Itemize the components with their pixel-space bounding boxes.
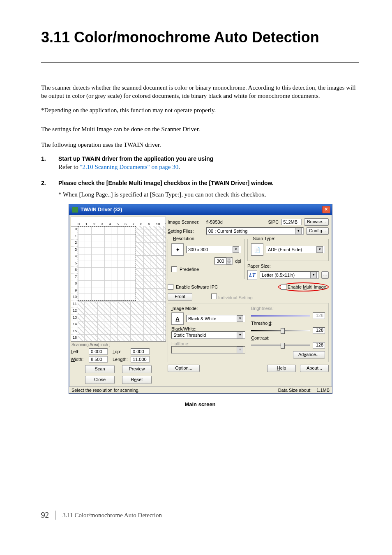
image-mode-icon: A: [171, 312, 184, 325]
paragraph: The following operation uses the TWAIN d…: [41, 141, 359, 149]
enable-software-ipc-checkbox[interactable]: [168, 284, 173, 290]
step-number: 2.: [41, 180, 58, 186]
step-number: 1.: [41, 155, 58, 171]
chevron-down-icon: ▾: [233, 246, 239, 253]
top-label: Top:: [113, 349, 129, 354]
chevron-down-icon: ▾: [295, 228, 302, 234]
resolution-combo[interactable]: 300 x 300 ▾: [186, 246, 241, 253]
text: .: [178, 164, 180, 170]
left-label: Left:: [71, 349, 87, 354]
enable-multi-image-checkbox[interactable]: [281, 284, 286, 290]
browse-button[interactable]: Browse...: [304, 218, 329, 226]
threshold-label: Threshold:: [251, 321, 325, 326]
section-heading: 3.11 Color/monochrome Auto Detection: [41, 29, 359, 46]
halftone-label: Halftone:: [171, 341, 245, 346]
step-2: 2. Please check the [Enable Multi Image]…: [41, 180, 359, 186]
step-note: * When [Long Page..] is specified at [Sc…: [58, 191, 359, 198]
scan-type-combo[interactable]: ADF (Front Side) ▾: [266, 246, 325, 253]
preview-selection[interactable]: [78, 226, 136, 301]
combo-value: 00 : Current Setting: [208, 229, 247, 234]
ruler-vertical: 01234567891011121314151617: [71, 226, 78, 341]
chevron-down-icon: ▾: [237, 332, 243, 338]
chevron-down-icon: ▾: [310, 272, 317, 278]
image-mode-label: Image Mode:: [171, 306, 245, 311]
predefine-label: Predefine: [180, 267, 199, 272]
length-input[interactable]: 11.000: [131, 356, 150, 363]
ruler-horizontal: 01234567891011: [71, 217, 166, 227]
predefine-checkbox[interactable]: [171, 266, 177, 272]
paragraph: The settings for Multi Image can be done…: [41, 125, 359, 133]
chevron-down-icon: ▾: [237, 315, 243, 322]
spinner-value: 300: [217, 259, 224, 264]
titlebar[interactable]: TWAIN Driver (32) ×: [69, 204, 332, 215]
preview-area[interactable]: 01234567891011 0123456789101112131415161…: [71, 217, 166, 342]
about-button[interactable]: About...: [300, 365, 329, 372]
individual-setting-checkbox: [211, 294, 217, 299]
spin-up-icon[interactable]: ▴: [226, 257, 231, 261]
brightness-label: Brightness:: [251, 306, 325, 311]
width-input[interactable]: 8.500: [89, 356, 108, 363]
window-title: TWAIN Driver (32): [81, 207, 122, 213]
reset-button[interactable]: Reset: [122, 376, 152, 384]
contrast-value[interactable]: 128: [313, 342, 325, 349]
resolution-icon: ✦: [171, 243, 184, 256]
footer-divider: [55, 511, 56, 520]
step-title: Start up TWAIN driver from the applicati…: [58, 155, 359, 162]
chevron-down-icon: ▾: [316, 246, 323, 253]
scan-button[interactable]: Scan: [85, 365, 115, 373]
paper-size-label: Paper Size:: [247, 264, 329, 268]
slider-thumb[interactable]: [281, 343, 285, 349]
setting-files-combo[interactable]: 00 : Current Setting ▾: [206, 227, 304, 235]
enable-multi-image-label: Enable Multi Image: [288, 284, 326, 289]
sipc-label: SIPC: [268, 220, 279, 224]
paper-size-more-button[interactable]: ...: [321, 271, 329, 279]
data-size-value: 1.1MB: [316, 388, 330, 393]
slider-thumb[interactable]: [281, 328, 285, 334]
left-input[interactable]: 0.000: [89, 348, 108, 355]
image-mode-combo[interactable]: Black & White ▾: [186, 315, 245, 322]
front-tab[interactable]: Front: [168, 293, 192, 301]
contrast-slider[interactable]: [251, 345, 310, 346]
combo-value: ADF (Front Side): [268, 247, 302, 252]
memory-input[interactable]: 512MB: [281, 219, 302, 225]
resolution-legend: Resolution: [171, 236, 196, 241]
dpi-spinner[interactable]: 300 ▴▾: [214, 257, 233, 265]
cross-reference-link[interactable]: "2.10 Scanning Documents" on page 30: [80, 164, 178, 170]
page-number: 92: [41, 511, 49, 520]
twain-driver-window: TWAIN Driver (32) × 01234567891011 01234…: [69, 204, 332, 394]
brightness-value: 128: [313, 312, 325, 319]
help-button[interactable]: Help: [267, 365, 296, 372]
scanning-area-label: Scanning Area[ inch ]: [71, 342, 166, 347]
scan-type-icon: 📄: [251, 243, 263, 256]
paragraph: The scanner detects whether the scanned …: [41, 83, 359, 100]
combo-value: 300 x 300: [188, 247, 208, 252]
combo-value: Letter (8.5x11in): [262, 273, 295, 278]
black-white-combo[interactable]: Static Threshold ▾: [171, 331, 245, 339]
threshold-slider[interactable]: [251, 330, 310, 331]
scan-type-legend: Scan Type:: [251, 236, 277, 241]
close-button[interactable]: Close: [85, 376, 115, 384]
image-scanner-label: Image Scanner:: [168, 220, 204, 224]
contrast-label: Contrast:: [251, 335, 325, 340]
app-icon: [72, 207, 78, 213]
top-input[interactable]: 0.000: [131, 348, 150, 355]
step-reference: Refer to "2.10 Scanning Documents" on pa…: [58, 164, 359, 171]
preview-button[interactable]: Preview: [122, 365, 152, 373]
image-scanner-value: fi-5950d: [206, 220, 223, 224]
close-icon[interactable]: ×: [322, 206, 330, 213]
figure-caption: Main screen: [69, 401, 332, 407]
paper-size-combo[interactable]: Letter (8.5x11in) ▾: [260, 271, 319, 279]
spin-down-icon[interactable]: ▾: [226, 261, 231, 265]
footer-section-title: 3.11 Color/monochrome Auto Detection: [62, 512, 162, 519]
option-button[interactable]: Option...: [168, 365, 200, 372]
highlight-oval: Enable Multi Image: [278, 282, 329, 291]
combo-value: Static Threshold: [173, 333, 206, 338]
config-button[interactable]: Config...: [306, 227, 329, 235]
length-label: Length:: [113, 357, 129, 362]
status-text: Select the resolution for scanning.: [71, 388, 140, 393]
threshold-value[interactable]: 128: [313, 327, 325, 334]
advance-button[interactable]: Advance...: [293, 351, 325, 358]
halftone-combo: ▾: [171, 346, 245, 354]
paragraph-note: *Depending on the application, this func…: [41, 106, 359, 114]
data-size-label: Data Size about:: [278, 388, 311, 393]
